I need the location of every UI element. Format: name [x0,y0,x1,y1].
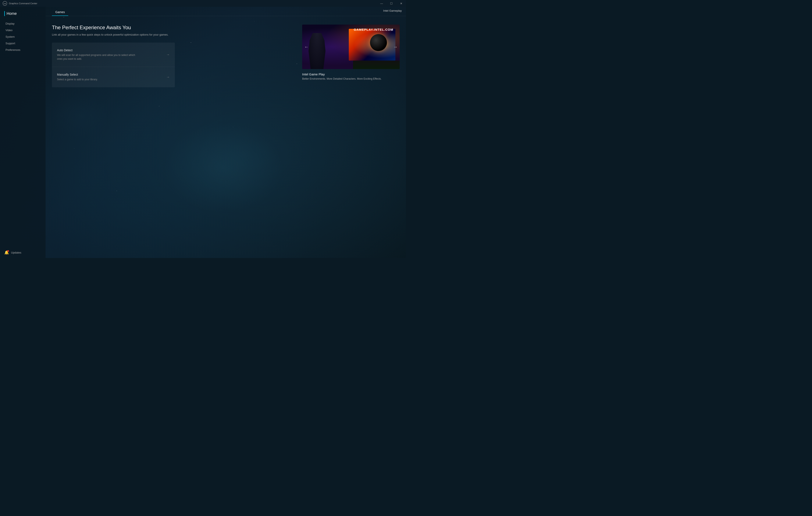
updates-label: Updates [11,251,21,254]
tab-games[interactable]: Games [52,8,68,16]
promo-image-box: GAMEPLAY.INTEL.COM ← → [302,25,400,69]
intel-logo-icon: intel [3,1,7,6]
promo-url-text: GAMEPLAY.INTEL.COM [354,28,393,31]
main-content: Games The Perfect Experience Awaits You … [46,7,406,258]
sidebar-item-video[interactable]: Video [0,27,46,33]
promo-person-silhouette [307,33,327,69]
home-active-indicator [4,11,5,16]
sidebar-nav: Display Video System Support Preferences [0,18,46,55]
auto-detect-title: Auto Detect [57,49,138,52]
page-subtitle: Link all your games in a few quick steps… [52,33,294,36]
promo-planet [370,34,387,51]
promo-monitor [349,29,396,61]
promo-game-title: Intel Game Play [302,72,400,76]
sidebar: Home Display Video System Support Prefer… [0,7,46,258]
svg-text:intel: intel [4,3,6,4]
promo-nav-left-icon[interactable]: ← [304,44,309,49]
option-cards: Auto Detect We will scan for all support… [52,42,175,87]
sidebar-item-display[interactable]: Display [0,20,46,27]
minimize-button[interactable]: — [377,0,386,7]
sidebar-item-preferences[interactable]: Preferences [0,47,46,53]
auto-detect-card[interactable]: Auto Detect We will scan for all support… [52,42,175,67]
sidebar-item-system[interactable]: System [0,33,46,40]
notification-dot [7,250,9,252]
promo-keyboard [353,61,400,69]
page-title: The Perfect Experience Awaits You [52,25,294,31]
app-logo-area: intel Graphics Command Center [0,1,40,6]
window-controls: — ☐ ✕ [377,0,406,7]
notification-bell-icon: 🔔 [4,250,9,255]
manually-select-card[interactable]: Manually Select Select a game to add to … [52,67,175,87]
sidebar-home-item[interactable]: Home [0,7,46,18]
auto-detect-desc: We will scan for all supported programs … [57,53,138,61]
maximize-button[interactable]: ☐ [386,0,396,7]
content-left: The Perfect Experience Awaits You Link a… [52,25,294,252]
app-name-label: Graphics Command Center [9,2,37,5]
close-button[interactable]: ✕ [396,0,406,7]
auto-detect-arrow-icon: → [166,53,170,57]
content-area: The Perfect Experience Awaits You Link a… [46,16,406,258]
manually-select-arrow-icon: → [166,75,170,79]
titlebar: intel Graphics Command Center — ☐ ✕ [0,0,406,7]
sidebar-updates[interactable]: 🔔 Updates [0,247,46,258]
sidebar-item-support[interactable]: Support [0,40,46,47]
content-right: GAMEPLAY.INTEL.COM ← → Intel Game Play B… [302,25,400,252]
manually-select-text: Manually Select Select a game to add to … [57,73,98,81]
header-right: Intel Gameplay [383,7,406,14]
gameplay-label: Intel Gameplay [383,9,402,12]
sidebar-home-label: Home [6,11,17,16]
manually-select-title: Manually Select [57,73,98,76]
promo-image: GAMEPLAY.INTEL.COM ← → [302,25,400,69]
promo-game-description: Better Environments. More Detailed Chara… [302,77,400,80]
tab-bar: Games [46,7,406,16]
promo-nav-right-icon[interactable]: → [393,44,398,49]
auto-detect-text: Auto Detect We will scan for all support… [57,49,138,61]
manually-select-desc: Select a game to add to your library. [57,78,98,81]
